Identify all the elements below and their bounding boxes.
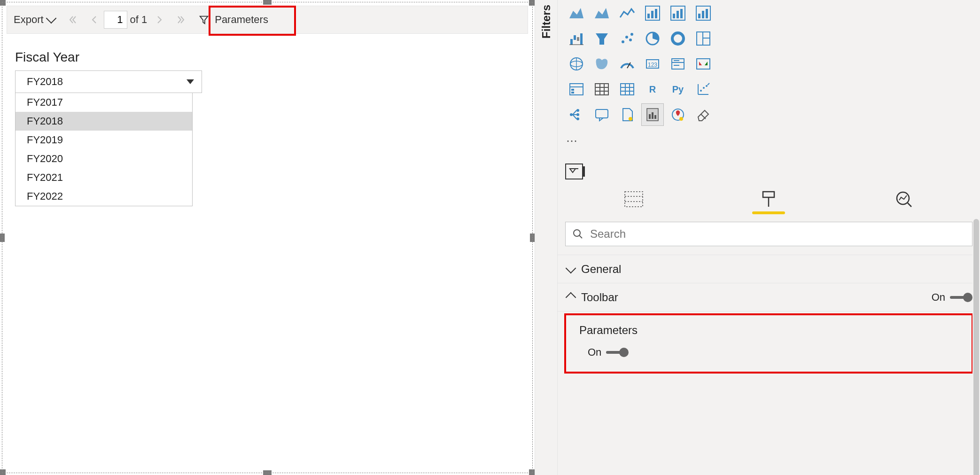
format-tab[interactable]: [758, 189, 779, 210]
fields-tab[interactable]: [623, 189, 644, 210]
prev-page-button[interactable]: [84, 6, 104, 33]
card-icon[interactable]: 123: [641, 53, 664, 75]
treemap-icon[interactable]: [692, 27, 715, 50]
r-visual-icon[interactable]: R: [641, 78, 664, 101]
dropdown-option[interactable]: FY2019: [16, 131, 192, 149]
dropdown-option[interactable]: FY2017: [16, 93, 192, 112]
multi-row-card-icon[interactable]: [667, 53, 689, 75]
map-icon[interactable]: [565, 53, 588, 75]
svg-point-17: [622, 40, 624, 43]
svg-rect-10: [702, 11, 704, 18]
dropdown-option[interactable]: FY2020: [16, 149, 192, 168]
svg-point-60: [576, 109, 579, 112]
svg-point-73: [679, 117, 683, 121]
table-icon[interactable]: [591, 78, 613, 101]
arcgis-map-icon[interactable]: [667, 103, 689, 126]
next-page-button[interactable]: [150, 6, 170, 33]
svg-rect-9: [698, 14, 700, 18]
filter-icon: [199, 15, 209, 25]
svg-line-84: [579, 235, 582, 238]
chevron-down-icon: [46, 13, 56, 24]
chevron-down-icon: [566, 263, 576, 273]
parameters-sub-label: Parameters: [579, 324, 962, 337]
annotation-highlight: Parameters On: [564, 313, 973, 374]
analytics-tab[interactable]: [894, 189, 914, 210]
page-number-input[interactable]: [104, 11, 127, 29]
svg-rect-76: [625, 192, 643, 207]
decomposition-tree-icon[interactable]: [565, 103, 588, 126]
svg-rect-70: [652, 112, 653, 119]
parameters-toggle[interactable]: On: [588, 346, 627, 358]
matrix-icon[interactable]: [616, 78, 638, 101]
svg-rect-6: [677, 11, 679, 18]
search-input[interactable]: [590, 227, 965, 241]
paginated-report-icon[interactable]: [641, 103, 664, 126]
visualization-gallery: 123RPy: [558, 0, 980, 129]
kpi-icon[interactable]: [692, 53, 715, 75]
svg-point-18: [625, 36, 628, 39]
dropdown-option[interactable]: FY2018: [16, 112, 192, 131]
line-chart-icon[interactable]: [616, 2, 638, 24]
ribbon-chart-icon[interactable]: [667, 2, 689, 24]
svg-rect-41: [595, 84, 608, 95]
smart-narrative-icon[interactable]: [616, 103, 638, 126]
svg-line-74: [701, 114, 706, 119]
svg-text:R: R: [649, 84, 656, 94]
svg-rect-79: [763, 192, 774, 197]
export-button[interactable]: Export: [7, 6, 62, 33]
fiscal-year-dropdown[interactable]: FY2018 FY2017FY2018FY2019FY2020FY2021FY2…: [15, 70, 202, 206]
svg-rect-66: [596, 109, 608, 118]
section-label: Toolbar: [581, 291, 618, 304]
funnel-chart-icon[interactable]: [591, 27, 613, 50]
svg-point-59: [570, 113, 573, 116]
dropdown-option[interactable]: FY2022: [16, 187, 192, 206]
svg-rect-13: [574, 35, 576, 40]
filled-map-icon[interactable]: [591, 53, 613, 75]
combo-chart-icon[interactable]: [641, 2, 664, 24]
waterfall-chart-icon[interactable]: [565, 27, 588, 50]
last-page-button[interactable]: [170, 6, 192, 33]
more-visuals-button[interactable]: ⋯: [558, 129, 980, 153]
values-well-icon[interactable]: [565, 164, 583, 179]
clustered-column-icon[interactable]: [692, 2, 715, 24]
area-chart-icon[interactable]: [565, 2, 588, 24]
svg-line-58: [708, 83, 709, 85]
key-influencers-icon[interactable]: [692, 78, 715, 101]
report-body: Fiscal Year FY2018 FY2017FY2018FY2019FY2…: [7, 38, 528, 469]
powerapps-icon[interactable]: [692, 103, 715, 126]
python-visual-icon[interactable]: Py: [667, 78, 689, 101]
gauge-icon[interactable]: [616, 53, 638, 75]
format-search[interactable]: [565, 222, 972, 246]
format-accordion: General Toolbar On Parameters: [558, 255, 980, 374]
toolbar-toggle[interactable]: On: [932, 291, 971, 304]
dropdown-header[interactable]: FY2018: [15, 70, 202, 93]
svg-line-63: [573, 110, 576, 115]
general-section[interactable]: General: [558, 255, 980, 283]
chevron-down-icon: [187, 79, 194, 84]
filters-pane-collapsed[interactable]: Filters: [535, 0, 557, 475]
slicer-icon[interactable]: [565, 78, 588, 101]
page-total: 1: [141, 14, 147, 26]
toolbar-section[interactable]: Toolbar On: [558, 283, 980, 311]
report-canvas: Export of 1 Parameters: [0, 0, 535, 475]
first-page-button[interactable]: [62, 6, 84, 33]
svg-rect-46: [621, 84, 634, 95]
svg-rect-5: [673, 14, 675, 18]
donut-chart-icon[interactable]: [667, 27, 689, 50]
toggle-state: On: [932, 291, 945, 304]
toggle-state: On: [588, 346, 601, 358]
stacked-area-chart-icon[interactable]: [591, 2, 613, 24]
dropdown-option[interactable]: FY2021: [16, 168, 192, 187]
scrollbar-thumb[interactable]: [973, 219, 979, 475]
scrollbar[interactable]: [972, 219, 980, 475]
svg-point-57: [706, 85, 708, 87]
parameter-name: Fiscal Year: [15, 50, 528, 65]
scatter-chart-icon[interactable]: [616, 27, 638, 50]
svg-point-20: [630, 33, 633, 36]
svg-rect-2: [651, 11, 653, 18]
svg-rect-3: [655, 9, 657, 18]
visualizations-pane: 123RPy ⋯: [557, 0, 980, 475]
pie-chart-icon[interactable]: [641, 27, 664, 50]
qa-icon[interactable]: [591, 103, 613, 126]
svg-rect-12: [570, 39, 573, 45]
